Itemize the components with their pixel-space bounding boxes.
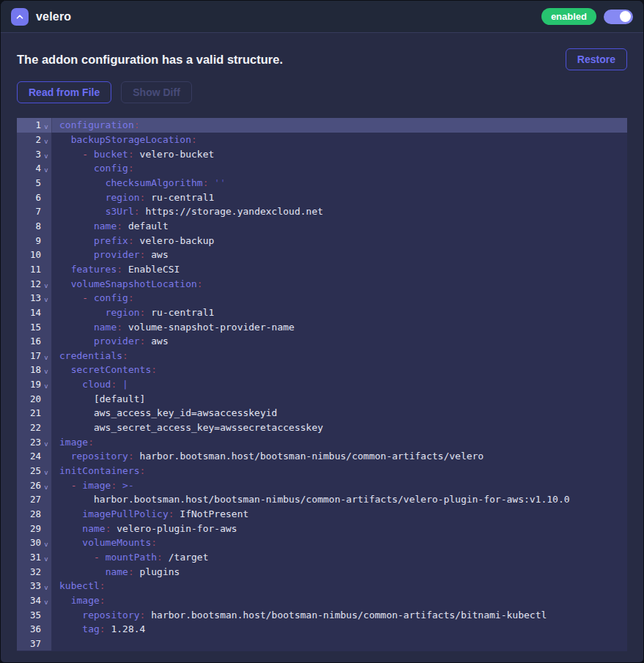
code-line-31[interactable]: 31v - mountPath: /target <box>17 550 627 565</box>
code-line-36[interactable]: 36 tag: 1.28.4 <box>17 622 627 637</box>
code-content[interactable]: region: ru-central1 <box>52 190 627 204</box>
code-content[interactable]: name: volume-snapshot-provider-name <box>52 319 627 334</box>
fold-arrow-icon[interactable]: v <box>41 364 51 375</box>
code-line-28[interactable]: 28 imagePullPolicy: IfNotPresent <box>17 507 627 522</box>
fold-arrow-icon[interactable]: v <box>41 465 51 476</box>
code-content[interactable]: harbor.bootsman.host/bootsman-nimbus/com… <box>52 492 627 507</box>
read-from-file-button[interactable]: Read from File <box>17 81 111 103</box>
collapse-button[interactable] <box>11 8 29 26</box>
gutter-cell: 13v <box>17 291 52 305</box>
code-content[interactable]: name: plugins <box>52 564 627 579</box>
code-line-4[interactable]: 4v config: <box>17 161 627 176</box>
fold-arrow-icon[interactable]: v <box>41 149 51 160</box>
code-content[interactable]: kubectl: <box>52 579 627 593</box>
code-content[interactable]: provider: aws <box>52 334 627 349</box>
fold-arrow-icon[interactable]: v <box>41 278 51 289</box>
code-content[interactable]: cloud: | <box>52 377 627 392</box>
code-line-17[interactable]: 17vcredentials: <box>17 349 627 363</box>
code-line-37[interactable]: 37 <box>17 637 627 651</box>
code-content[interactable]: backupStorageLocation: <box>52 133 627 147</box>
code-line-14[interactable]: 14 region: ru-central1 <box>17 305 627 320</box>
fold-arrow-icon[interactable]: v <box>41 480 51 491</box>
code-content[interactable]: tag: 1.28.4 <box>52 622 627 637</box>
code-line-25[interactable]: 25vinitContainers: <box>17 464 627 478</box>
code-line-20[interactable]: 20 [default] <box>17 391 627 406</box>
status-row: The addon configuration has a valid stru… <box>17 48 627 70</box>
code-line-3[interactable]: 3v - bucket: velero-bucket <box>17 147 627 161</box>
code-line-34[interactable]: 34v image: <box>17 593 627 608</box>
code-content[interactable]: name: default <box>52 219 627 234</box>
code-line-21[interactable]: 21 aws_access_key_id=awsaccesskeyid <box>17 406 627 421</box>
fold-arrow-icon[interactable]: v <box>41 580 51 591</box>
code-line-1[interactable]: 1vconfiguration: <box>17 118 627 133</box>
code-content[interactable]: [default] <box>52 391 627 406</box>
fold-arrow-icon[interactable]: v <box>41 119 51 130</box>
code-content[interactable]: image: <box>52 593 627 608</box>
code-editor[interactable]: 1vconfiguration:2v backupStorageLocation… <box>17 118 627 651</box>
code-line-24[interactable]: 24 repository: harbor.bootsman.host/boot… <box>17 449 627 464</box>
code-content[interactable]: provider: aws <box>52 248 627 262</box>
code-content[interactable]: secretContents: <box>52 363 627 377</box>
code-content[interactable]: features: EnableCSI <box>52 262 627 277</box>
gutter-cell: 31v <box>17 550 52 565</box>
code-line-13[interactable]: 13v - config: <box>17 291 627 305</box>
code-line-27[interactable]: 27 harbor.bootsman.host/bootsman-nimbus/… <box>17 492 627 507</box>
code-content[interactable]: volumeMounts: <box>52 536 627 550</box>
code-content[interactable]: image: <box>52 434 627 449</box>
gutter-cell: 10 <box>17 248 52 262</box>
code-line-19[interactable]: 19v cloud: | <box>17 377 627 392</box>
fold-arrow-icon[interactable]: v <box>41 350 51 361</box>
code-content[interactable]: - mountPath: /target <box>52 550 627 565</box>
code-content[interactable]: credentials: <box>52 349 627 363</box>
code-content[interactable]: repository: harbor.bootsman.host/bootsma… <box>52 607 627 622</box>
code-line-16[interactable]: 16 provider: aws <box>17 334 627 349</box>
fold-arrow-icon[interactable]: v <box>41 437 51 448</box>
code-line-8[interactable]: 8 name: default <box>17 219 627 234</box>
code-content[interactable]: checksumAlgorithm: '' <box>52 176 627 190</box>
code-content[interactable]: prefix: velero-backup <box>52 233 627 248</box>
code-line-12[interactable]: 12v volumeSnapshotLocation: <box>17 276 627 291</box>
code-line-10[interactable]: 10 provider: aws <box>17 248 627 262</box>
code-line-9[interactable]: 9 prefix: velero-backup <box>17 233 627 248</box>
code-content[interactable]: - bucket: velero-bucket <box>52 147 627 161</box>
code-content[interactable]: - config: <box>52 291 627 305</box>
code-line-32[interactable]: 32 name: plugins <box>17 564 627 579</box>
code-content[interactable]: configuration: <box>52 118 627 133</box>
code-line-33[interactable]: 33vkubectl: <box>17 579 627 593</box>
code-content[interactable]: config: <box>52 161 627 176</box>
code-content[interactable]: region: ru-central1 <box>52 305 627 320</box>
code-content[interactable]: volumeSnapshotLocation: <box>52 276 627 291</box>
code-line-35[interactable]: 35 repository: harbor.bootsman.host/boot… <box>17 607 627 622</box>
code-line-26[interactable]: 26v - image: >- <box>17 478 627 492</box>
code-line-29[interactable]: 29 name: velero-plugin-for-aws <box>17 521 627 536</box>
code-line-22[interactable]: 22 aws_secret_access_key=awssecretaccess… <box>17 421 627 435</box>
code-line-30[interactable]: 30v volumeMounts: <box>17 536 627 550</box>
code-content[interactable]: imagePullPolicy: IfNotPresent <box>52 507 627 522</box>
code-line-15[interactable]: 15 name: volume-snapshot-provider-name <box>17 319 627 334</box>
code-line-7[interactable]: 7 s3Url: https://storage.yandexcloud.net <box>17 204 627 219</box>
code-line-18[interactable]: 18v secretContents: <box>17 363 627 377</box>
code-content[interactable]: aws_secret_access_key=awssecretaccesskey <box>52 421 627 435</box>
fold-arrow-icon[interactable]: v <box>41 595 51 606</box>
code-content[interactable]: - image: >- <box>52 478 627 492</box>
fold-arrow-icon[interactable]: v <box>41 134 51 145</box>
code-content[interactable]: initContainers: <box>52 464 627 478</box>
enabled-toggle[interactable] <box>604 10 633 24</box>
show-diff-button[interactable]: Show Diff <box>121 81 192 103</box>
code-line-6[interactable]: 6 region: ru-central1 <box>17 190 627 204</box>
fold-arrow-icon[interactable]: v <box>41 292 51 303</box>
code-content[interactable] <box>52 637 627 651</box>
restore-button[interactable]: Restore <box>566 48 627 70</box>
code-line-11[interactable]: 11 features: EnableCSI <box>17 262 627 277</box>
fold-arrow-icon[interactable]: v <box>41 379 51 390</box>
fold-arrow-icon[interactable]: v <box>41 537 51 548</box>
code-content[interactable]: aws_access_key_id=awsaccesskeyid <box>52 406 627 421</box>
code-line-2[interactable]: 2v backupStorageLocation: <box>17 133 627 147</box>
code-content[interactable]: name: velero-plugin-for-aws <box>52 521 627 536</box>
code-content[interactable]: s3Url: https://storage.yandexcloud.net <box>52 204 627 219</box>
code-content[interactable]: repository: harbor.bootsman.host/bootsma… <box>52 449 627 464</box>
code-line-23[interactable]: 23vimage: <box>17 434 627 449</box>
fold-arrow-icon[interactable]: v <box>41 163 51 174</box>
code-line-5[interactable]: 5 checksumAlgorithm: '' <box>17 176 627 190</box>
fold-arrow-icon[interactable]: v <box>41 552 51 563</box>
